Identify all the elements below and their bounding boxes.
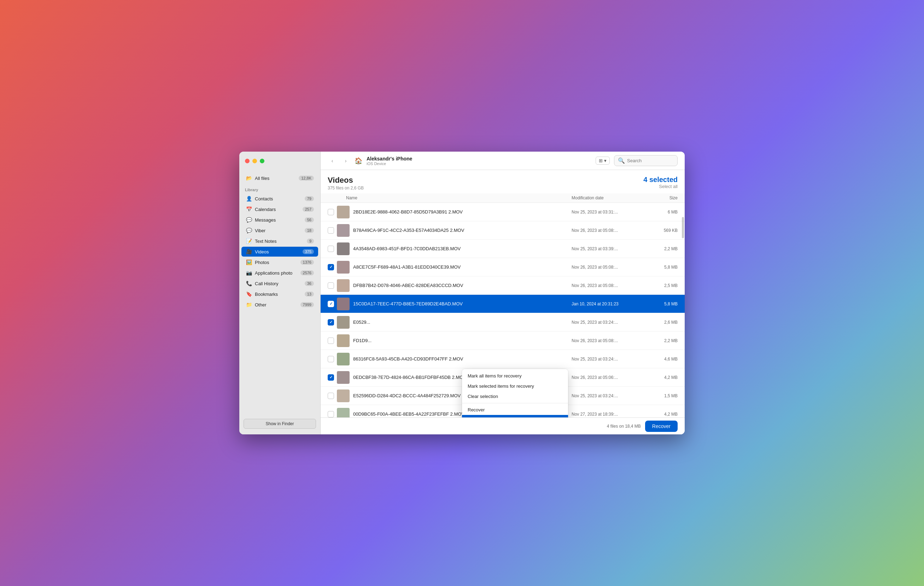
search-icon: 🔍	[618, 157, 625, 164]
row-name: FD1D9...	[353, 338, 572, 343]
row-checkbox[interactable]	[328, 301, 334, 307]
row-date: Nov 26, 2023 at 05:08:...	[572, 338, 649, 343]
search-input[interactable]	[627, 158, 674, 163]
table-row[interactable]: 15C0DA17-7EEC-477D-B8E5-7ED89D2E4BAD.MOV…	[321, 295, 685, 313]
table-row[interactable]: FD1D9... Nov 26, 2023 at 05:08:... 2,2 M…	[321, 332, 685, 350]
row-size: 2,2 MB	[649, 246, 678, 251]
text-notes-icon: 📝	[246, 238, 252, 244]
table-row[interactable]: E0529... Nov 25, 2023 at 03:24:... 2,6 M…	[321, 313, 685, 332]
row-thumbnail	[337, 297, 350, 310]
sidebar-item-photos[interactable]: 🖼️ Photos 1376	[241, 257, 318, 267]
recover-button[interactable]: Recover	[645, 421, 678, 432]
row-date: Nov 25, 2023 at 03:31:...	[572, 210, 649, 215]
main-header: ‹ › 🏠 Aleksandr's iPhone iOS Device ⊞ ▾ …	[321, 152, 685, 170]
row-thumbnail	[337, 261, 350, 274]
row-thumbnail	[337, 334, 350, 347]
table-row[interactable]: 4A3548AD-6983-451F-BFD1-7C0DDAB213EB.MOV…	[321, 239, 685, 258]
row-checkbox[interactable]	[328, 282, 334, 289]
sidebar-item-call-history[interactable]: 📞 Call History 36	[241, 279, 318, 289]
context-menu-item-mark-selected[interactable]: Mark selected items for recovery	[462, 381, 568, 391]
row-name: E0529...	[353, 320, 572, 325]
sidebar: 📂 All files 12,8K Library 👤 Contacts 79 …	[239, 152, 321, 434]
row-checkbox[interactable]	[328, 374, 334, 381]
sidebar-item-videos[interactable]: 🎥 Videos 375	[241, 247, 318, 257]
row-thumbnail	[337, 371, 350, 384]
app-window: 📂 All files 12,8K Library 👤 Contacts 79 …	[239, 152, 685, 434]
column-header-name: Name	[328, 195, 572, 200]
messages-icon: 💬	[246, 217, 252, 223]
main-content: ‹ › 🏠 Aleksandr's iPhone iOS Device ⊞ ▾ …	[321, 152, 685, 434]
row-date: Nov 25, 2023 at 03:24:...	[572, 393, 649, 398]
row-name: 15C0DA17-7EEC-477D-B8E5-7ED89D2E4BAD.MOV	[353, 301, 572, 306]
sidebar-item-all-files[interactable]: 📂 All files 12,8K	[241, 173, 318, 183]
row-size: 4,2 MB	[649, 375, 678, 380]
table-row[interactable]: DFBB7B42-D078-4046-ABEC-828DEA83CCCD.MOV…	[321, 276, 685, 295]
content-header: Videos 375 files on 2,6 GB 4 selected Se…	[321, 170, 685, 193]
context-menu-divider	[462, 403, 568, 403]
search-box[interactable]: 🔍	[614, 155, 678, 166]
sidebar-item-applications-photo[interactable]: 📷 Applications photo 2576	[241, 268, 318, 278]
row-size: 2,5 MB	[649, 283, 678, 288]
table-row[interactable]: A8CE7C5F-F689-48A1-A3B1-81EDD340CE39.MOV…	[321, 258, 685, 276]
viber-icon: 💬	[246, 227, 252, 234]
sidebar-item-bookmarks[interactable]: 🔖 Bookmarks 13	[241, 289, 318, 299]
select-all-button[interactable]: Select all	[644, 184, 678, 189]
sidebar-item-contacts[interactable]: 👤 Contacts 79	[241, 194, 318, 203]
row-checkbox[interactable]	[328, 319, 334, 325]
titlebar	[239, 152, 320, 170]
table-row[interactable]: 86316FC8-5A93-45CB-A420-CD93DFF047FF 2.M…	[321, 350, 685, 368]
context-menu-item-mark-all[interactable]: Mark all items for recovery	[462, 371, 568, 381]
header-right: ⊞ ▾ 🔍	[596, 155, 678, 166]
back-button[interactable]: ‹	[328, 156, 337, 165]
row-name: A8CE7C5F-F689-48A1-A3B1-81EDD340CE39.MOV	[353, 264, 572, 270]
sidebar-item-text-notes[interactable]: 📝 Text Notes 9	[241, 236, 318, 246]
other-icon: 📁	[246, 302, 252, 308]
sidebar-item-messages[interactable]: 💬 Messages 56	[241, 215, 318, 225]
minimize-button[interactable]	[252, 159, 257, 163]
row-checkbox[interactable]	[328, 393, 334, 399]
context-menu-item-recover[interactable]: Recover	[462, 405, 568, 415]
sidebar-item-viber[interactable]: 💬 Viber 18	[241, 226, 318, 235]
row-checkbox[interactable]	[328, 209, 334, 215]
footer: 4 files on 18,4 MB Recover	[321, 418, 685, 434]
contacts-icon: 👤	[246, 195, 252, 202]
context-menu-item-preview[interactable]: Preview Space	[462, 415, 568, 418]
sidebar-item-other[interactable]: 📁 Other 7999	[241, 300, 318, 310]
context-menu-item-clear-selection[interactable]: Clear selection	[462, 391, 568, 401]
row-thumbnail	[337, 316, 350, 329]
table-row[interactable]: B78A49CA-9F1C-4CC2-A353-E57A4034DA25 2.M…	[321, 221, 685, 239]
row-checkbox[interactable]	[328, 246, 334, 252]
row-size: 2,6 MB	[649, 320, 678, 325]
row-size: 2,2 MB	[649, 338, 678, 343]
row-checkbox[interactable]	[328, 227, 334, 234]
row-thumbnail	[337, 206, 350, 218]
row-size: 5,8 MB	[649, 302, 678, 306]
row-date: Jan 10, 2024 at 20:31:23	[572, 302, 649, 306]
applications-photo-icon: 📷	[246, 270, 252, 276]
row-name: 2BD18E2E-9888-4062-B8D7-85D5D79A3B91 2.M…	[353, 209, 572, 215]
footer-info: 4 files on 18,4 MB	[607, 424, 641, 429]
row-thumbnail	[337, 390, 350, 402]
view-toggle[interactable]: ⊞ ▾	[596, 157, 610, 165]
show-in-finder-button[interactable]: Show in Finder	[244, 419, 316, 429]
row-thumbnail	[337, 224, 350, 237]
row-checkbox[interactable]	[328, 264, 334, 271]
table-header: Name Modification date Size	[321, 193, 685, 203]
row-date: Nov 26, 2023 at 05:06:...	[572, 375, 649, 380]
table-body: 2BD18E2E-9888-4062-B8D7-85D5D79A3B91 2.M…	[321, 203, 685, 418]
scrollbar-thumb[interactable]	[682, 217, 684, 238]
row-checkbox[interactable]	[328, 356, 334, 362]
maximize-button[interactable]	[260, 159, 264, 163]
row-checkbox[interactable]	[328, 338, 334, 344]
close-button[interactable]	[245, 159, 249, 163]
forward-button[interactable]: ›	[341, 156, 350, 165]
row-size: 5,8 MB	[649, 265, 678, 270]
row-date: Nov 27, 2023 at 18:39:...	[572, 412, 649, 417]
row-checkbox[interactable]	[328, 411, 334, 418]
videos-icon: 🎥	[246, 248, 252, 255]
table-row[interactable]: 2BD18E2E-9888-4062-B8D7-85D5D79A3B91 2.M…	[321, 203, 685, 221]
scrollbar-track[interactable]	[682, 203, 684, 418]
page-title: Videos	[328, 176, 364, 185]
row-name: B78A49CA-9F1C-4CC2-A353-E57A4034DA25 2.M…	[353, 228, 572, 233]
sidebar-item-calendars[interactable]: 📅 Calendars 257	[241, 204, 318, 214]
